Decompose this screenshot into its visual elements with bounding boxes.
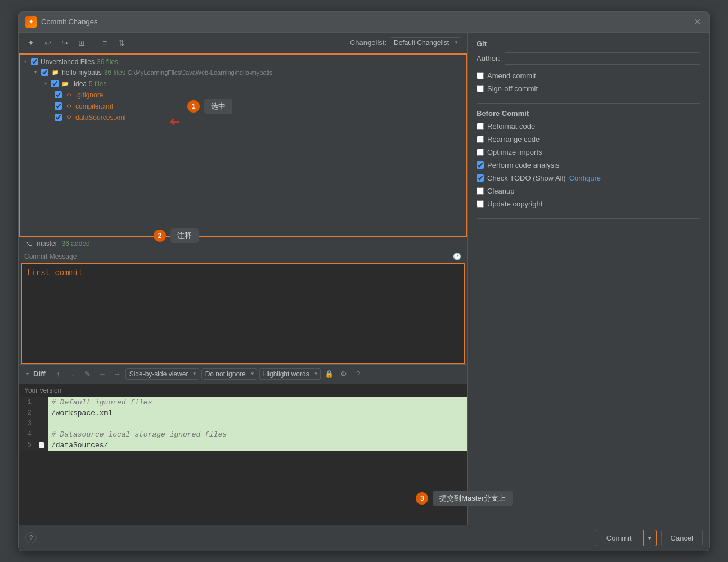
gitignore-checkbox[interactable] [55,91,62,98]
tree-arrow-down-3: ▾ [42,80,49,87]
compiler-xml-label: compiler.xml [75,102,113,110]
hello-mybatis-path: C:\MyLearningFiles\JavaWeb-Learning\hell… [128,69,273,76]
author-row: Author: [477,52,700,65]
filter-button[interactable]: ⇅ [115,36,128,50]
history-icon: 🕐 [453,253,461,260]
diff-line-4: 4 # Datasource local storage ignored fil… [19,429,467,440]
diff-section: ▾ Diff ↑ ↓ ✎ ← → Side-by-side viewer Do [19,364,467,525]
idea-folder-icon: 📂 [61,79,70,88]
optimize-label: Optimize imports [487,148,542,156]
close-button[interactable]: ✕ [691,16,703,28]
added-count: 36 added [62,240,90,248]
diff-up-btn[interactable]: ↑ [52,368,65,380]
diff-edit-btn[interactable]: ✎ [82,368,94,380]
commit-message-input[interactable]: first commit [21,263,465,364]
rearrange-label: Rearrange code [487,135,540,143]
tree-item-datasources-xml[interactable]: ⚙ dataSources.xml [20,112,466,123]
viewer-select[interactable]: Side-by-side viewer [125,368,199,380]
diff-line-2: 2 /workspace.xml [19,408,467,419]
compiler-xml-icon: ⚙ [64,102,73,111]
author-label: Author: [477,54,500,62]
amend-commit-checkbox[interactable] [477,72,484,79]
configure-link[interactable]: Configure [569,174,601,182]
help-button[interactable]: ? [25,532,37,543]
idea-checkbox[interactable] [51,80,59,87]
before-commit-title: Before Commit [477,109,700,118]
help-diff-btn[interactable]: ? [352,368,365,380]
diff-fwd-btn[interactable]: → [111,368,123,380]
right-panel: Git Author: Amend commit Sign-off commit… [468,33,709,525]
status-bar: ⌥ master 36 added [19,237,467,250]
commit-message-label: Commit Message [24,253,77,260]
check-todo-label: Check TODO (Show All) [487,174,566,182]
group-button[interactable]: ⊞ [75,36,88,50]
root-label: Unversioned Files [41,58,95,66]
changelist-select[interactable]: Default Changelist [390,37,461,48]
app-icon: ✦ [25,16,37,28]
viewer-select-wrapper[interactable]: Side-by-side viewer [125,368,199,380]
root-checkbox[interactable] [31,58,38,65]
root-count: 36 files [97,58,118,66]
check-todo-checkbox[interactable] [477,174,484,182]
tree-item-gitignore[interactable]: ⚙ .gitignore [20,89,466,101]
settings-btn[interactable]: ⚙ [338,368,350,380]
hello-mybatis-checkbox[interactable] [41,69,48,76]
reformat-label: Reformat code [487,122,535,131]
diff-line-3: 3 [19,419,467,429]
ignore-select[interactable]: Do not ignore [201,368,257,380]
diff-collapse-arrow[interactable]: ▾ [24,371,31,377]
redo-button[interactable]: ↪ [58,36,71,50]
reformat-checkbox[interactable] [477,123,484,130]
tree-item-idea[interactable]: ▾ 📂 .idea 5 files [20,78,466,89]
idea-label: .idea [72,80,87,88]
sort-button[interactable]: ≡ [98,36,111,50]
cancel-button[interactable]: Cancel [661,530,703,546]
line-num-1: 1 [19,397,35,408]
ignore-select-wrapper[interactable]: Do not ignore [201,368,257,380]
reformat-row: Reformat code [477,122,700,131]
amend-commit-label: Amend commit [487,71,536,80]
rearrange-checkbox[interactable] [477,136,484,143]
sign-off-checkbox[interactable] [477,85,484,92]
callout-badge-3: 3 [416,492,428,505]
author-input[interactable] [505,52,700,65]
update-copyright-row: Update copyright [477,200,700,208]
tree-item-hello-mybatis[interactable]: ▾ 📁 hello-mybatis 36 files C:\MyLearning… [20,67,466,78]
changelist-select-wrapper[interactable]: Default Changelist [390,37,461,48]
callout-2: 2 注释 [154,228,199,243]
cleanup-checkbox[interactable] [477,187,484,195]
git-section-title: Git [477,39,700,48]
diff-down-btn[interactable]: ↓ [67,368,79,380]
perform-analysis-checkbox[interactable] [477,161,484,169]
tree-root-item[interactable]: ▾ Unversioned Files 36 files [20,57,466,67]
arrow-indicator: ➜ [169,114,181,130]
diff-back-btn[interactable]: ← [96,368,109,380]
line-num-5: 5 [19,440,35,451]
add-button[interactable]: ✦ [24,36,38,50]
tree-item-compiler-xml[interactable]: ⚙ compiler.xml [20,101,466,112]
branch-name: master [37,240,57,248]
optimize-checkbox[interactable] [477,149,484,156]
sign-off-row: Sign-off commit [477,84,700,93]
commit-dropdown-button[interactable]: ▼ [643,530,656,546]
line-num-2: 2 [19,408,35,419]
file-tree: ▾ Unversioned Files 36 files ▾ 📁 hello-m… [19,53,467,237]
bottom-right: Commit ▼ Cancel [595,530,703,546]
highlight-select[interactable]: Highlight words [259,368,321,380]
datasources-xml-label: dataSources.xml [75,114,125,122]
commit-changes-dialog: ✦ Commit Changes ✕ ✦ ↩ ↪ ⊞ ≡ ⇅ Changelis… [18,11,710,551]
undo-button[interactable]: ↩ [41,36,55,50]
datasources-xml-checkbox[interactable] [55,114,62,121]
compiler-xml-checkbox[interactable] [55,102,62,110]
amend-commit-row: Amend commit [477,71,700,80]
update-copyright-checkbox[interactable] [477,200,484,208]
commit-button[interactable]: Commit [595,530,643,546]
diff-viewer: Your version 1 # Default ignored files 2… [19,384,467,525]
callout-text-1: 选中 [204,99,232,114]
lock-btn[interactable]: 🔒 [323,368,335,380]
sign-off-label: Sign-off commit [487,84,538,93]
callout-3: 3 提交到Master分支上 [416,491,513,506]
highlight-select-wrapper[interactable]: Highlight words [259,368,321,380]
bottom-left: ? [25,532,37,543]
line-content-3 [48,419,467,429]
